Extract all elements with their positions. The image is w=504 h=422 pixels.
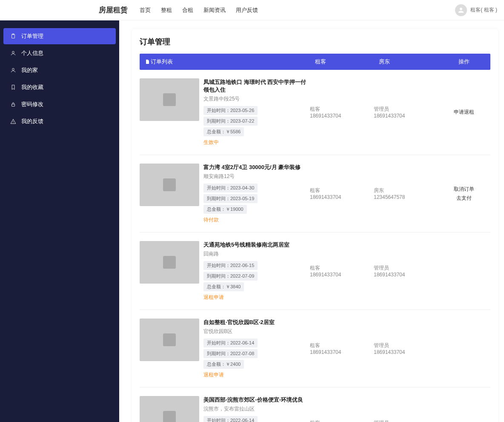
col-action: 操作 xyxy=(443,58,485,66)
tenant-col: 租客18691433704 xyxy=(310,396,374,422)
page-title: 订单管理 xyxy=(140,37,490,47)
sidebar-item-label: 个人信息 xyxy=(21,49,43,57)
order-title[interactable]: 富力湾 4室2厅4卫 30000元/月 豪华装修 xyxy=(203,164,310,171)
landlord-col: 管理员18691433704 xyxy=(374,78,438,146)
order-address: 回南路 xyxy=(203,250,310,258)
order-card: 订单管理 订单列表 租客 房东 操作 凤城五路地铁口 海璟时代 西安中学押一付 … xyxy=(132,29,498,422)
order-thumb[interactable] xyxy=(140,164,199,206)
svg-point-8 xyxy=(166,96,169,99)
svg-rect-4 xyxy=(12,104,15,106)
order-address: 文景路中段25号 xyxy=(203,95,310,103)
order-thumb[interactable] xyxy=(140,396,199,422)
tenant-col: 租客18691433704 xyxy=(310,164,374,224)
actions-col: 取消订单去支付 xyxy=(438,164,490,224)
order-end: 到期时间：2023-07-22 xyxy=(203,117,258,126)
user-icon xyxy=(10,50,16,56)
order-title[interactable]: 凤城五路地铁口 海璟时代 西安中学押一付 领包入住 xyxy=(203,78,310,94)
actions-col xyxy=(438,396,490,422)
order-action[interactable]: 取消订单 xyxy=(454,186,474,193)
order-status: 待付款 xyxy=(203,216,310,224)
landlord-col: 管理员18691433704 xyxy=(374,319,438,379)
sidebar-item-label: 我的收藏 xyxy=(21,83,43,91)
order-row: 凤城五路地铁口 海璟时代 西安中学押一付 领包入住文景路中段25号开始时间：20… xyxy=(140,70,490,155)
order-action[interactable]: 申请退租 xyxy=(454,109,474,116)
actions-col xyxy=(438,241,490,301)
order-start: 开始时间：2023-05-26 xyxy=(203,106,258,115)
order-row: 天通苑地铁5号线精装修南北两居室回南路开始时间：2022-06-15到期时间：2… xyxy=(140,233,490,310)
warning-icon xyxy=(10,118,16,124)
order-status: 退租申请 xyxy=(203,371,310,379)
sidebar: 订单管理个人信息我的家我的收藏密码修改我的反馈 xyxy=(0,20,119,422)
list-icon xyxy=(145,59,150,65)
sidebar-item-3[interactable]: 我的收藏 xyxy=(3,79,116,95)
order-address: 浣熊市，安布雷拉山区 xyxy=(203,405,310,413)
actions-col xyxy=(438,319,490,379)
brand: 房屋租赁 xyxy=(99,5,128,15)
sidebar-item-label: 我的反馈 xyxy=(21,118,43,125)
col-tenant: 租客 xyxy=(315,58,379,66)
clipboard-icon xyxy=(10,33,16,39)
list-header: 订单列表 租客 房东 操作 xyxy=(140,54,490,70)
order-title[interactable]: 自如整租·官悦欣园B区·2居室 xyxy=(203,319,310,326)
svg-point-14 xyxy=(166,336,169,339)
order-end: 到期时间：2022-07-08 xyxy=(203,349,258,358)
nav-feedback[interactable]: 用户反馈 xyxy=(236,6,258,14)
bookmark-icon xyxy=(10,84,16,90)
user-area[interactable]: 租客( 租客 ) xyxy=(455,4,497,16)
nav-share[interactable]: 合租 xyxy=(182,6,193,14)
order-thumb[interactable] xyxy=(140,241,199,284)
sidebar-item-label: 密码修改 xyxy=(21,100,43,108)
order-start: 开始时间：2023-04-30 xyxy=(203,184,258,192)
order-thumb[interactable] xyxy=(140,78,199,121)
sidebar-item-4[interactable]: 密码修改 xyxy=(3,96,116,112)
order-start: 开始时间：2022-06-14 xyxy=(203,339,258,347)
nav-whole[interactable]: 整租 xyxy=(161,6,172,14)
topbar: 房屋租赁 首页 整租 合租 新闻资讯 用户反馈 租客( 租客 ) xyxy=(0,0,504,20)
order-address: 官悦欣园B区 xyxy=(203,328,310,335)
nav-home[interactable]: 首页 xyxy=(140,6,151,14)
sidebar-item-0[interactable]: 订单管理 xyxy=(3,28,116,44)
sidebar-item-label: 我的家 xyxy=(21,66,38,74)
sidebar-item-5[interactable]: 我的反馈 xyxy=(3,113,116,129)
svg-point-12 xyxy=(166,259,169,262)
order-start: 开始时间：2022-06-15 xyxy=(203,261,258,270)
sidebar-item-label: 订单管理 xyxy=(21,32,43,40)
home-icon xyxy=(10,67,16,73)
order-end: 到期时间：2022-07-09 xyxy=(203,272,258,281)
order-title[interactable]: 天通苑地铁5号线精装修南北两居室 xyxy=(203,241,310,249)
order-status: 生效中 xyxy=(203,139,310,146)
avatar-icon xyxy=(455,4,467,16)
sidebar-item-1[interactable]: 个人信息 xyxy=(3,45,116,61)
order-end: 到期时间：2023-05-19 xyxy=(203,194,258,203)
order-row: 美国西部-浣熊市郊区-价格便宜-环境优良浣熊市，安布雷拉山区开始时间：2022-… xyxy=(140,388,490,422)
user-label: 租客( 租客 ) xyxy=(470,6,497,14)
landlord-col: 房东12345647578 xyxy=(374,164,438,224)
svg-point-2 xyxy=(12,51,14,53)
order-thumb[interactable] xyxy=(140,319,199,361)
order-status: 退租申请 xyxy=(203,294,310,301)
order-total: 总金额：￥5586 xyxy=(203,127,244,136)
tenant-col: 租客18691433704 xyxy=(310,78,374,146)
order-address: 顺安南路12号 xyxy=(203,173,310,180)
tenant-col: 租客18691433704 xyxy=(310,241,374,301)
svg-point-3 xyxy=(12,68,14,70)
svg-point-16 xyxy=(166,414,169,417)
landlord-col: 管理员18691433704 xyxy=(374,241,438,301)
sidebar-item-2[interactable]: 我的家 xyxy=(3,62,116,78)
nav-links: 首页 整租 合租 新闻资讯 用户反馈 xyxy=(140,6,455,14)
actions-col: 申请退租 xyxy=(438,78,490,146)
order-total: 总金额：￥19000 xyxy=(203,205,247,214)
nav-news[interactable]: 新闻资讯 xyxy=(203,6,226,14)
order-title[interactable]: 美国西部-浣熊市郊区-价格便宜-环境优良 xyxy=(203,396,310,404)
lock-icon xyxy=(10,101,16,107)
order-total: 总金额：￥2400 xyxy=(203,360,244,369)
order-row: 自如整租·官悦欣园B区·2居室官悦欣园B区开始时间：2022-06-14到期时间… xyxy=(140,310,490,388)
order-row: 富力湾 4室2厅4卫 30000元/月 豪华装修顺安南路12号开始时间：2023… xyxy=(140,155,490,233)
order-start: 开始时间：2022-06-14 xyxy=(203,416,258,422)
order-total: 总金额：￥3840 xyxy=(203,282,244,291)
landlord-col: 管理员18691433704 xyxy=(374,396,438,422)
tenant-col: 租客18691433704 xyxy=(310,319,374,379)
col-landlord: 房东 xyxy=(379,58,443,66)
col-list: 订单列表 xyxy=(151,58,173,65)
order-action[interactable]: 去支付 xyxy=(456,195,472,202)
